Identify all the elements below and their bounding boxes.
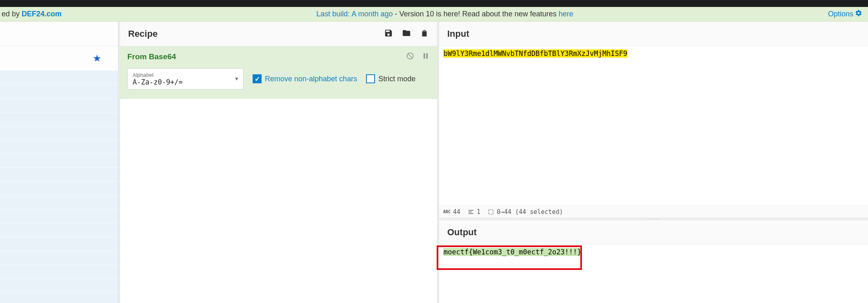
info-left-prefix: ed by: [2, 10, 22, 18]
io-column: Input bW9lY3Rme1dlMWNvbTNfdDBfbTBlY3RmXz…: [439, 22, 868, 303]
clear-recipe-button[interactable]: [420, 29, 429, 39]
recipe-dropzone[interactable]: [120, 99, 437, 303]
status-lines-value: 1: [477, 208, 480, 216]
status-selection: 0→44 (44 selected): [488, 208, 563, 216]
alphabet-value: A-Za-z0-9+/=: [133, 78, 231, 86]
chevron-down-icon: ▼: [234, 76, 239, 82]
save-recipe-button[interactable]: [384, 29, 393, 39]
info-bar-right: Options: [828, 9, 868, 19]
output-title: Output: [447, 227, 860, 238]
operation-args: Alphabet A-Za-z0-9+/= ▼ Remove non-alpha…: [127, 68, 430, 89]
last-build-link[interactable]: Last build: A month ago: [316, 10, 393, 18]
svg-rect-3: [426, 53, 428, 58]
options-link[interactable]: Options: [828, 10, 853, 18]
input-title: Input: [447, 29, 860, 39]
input-text: bW9lY3Rme1dlMWNvbTNfdDBfbTBlY3RmXzJvMjMh…: [443, 49, 628, 58]
category-item[interactable]: [0, 265, 118, 279]
info-bar-center: Last build: A month ago - Version 10 is …: [62, 10, 828, 18]
operation-name: From Base64: [127, 52, 406, 61]
star-icon: ★: [93, 53, 102, 64]
input-status-bar: ABC 44 1 0→44 (44 selected): [439, 205, 868, 218]
svg-rect-2: [424, 53, 425, 58]
alphabet-label: Alphabet: [133, 72, 231, 78]
category-item[interactable]: [0, 140, 118, 154]
operation-from-base64[interactable]: From Base64 Alphabet A-Za-z0-9+/= ▼: [120, 46, 437, 99]
browser-chrome: [0, 0, 868, 7]
abc-icon: ABC: [443, 209, 451, 214]
category-item[interactable]: [0, 182, 118, 196]
category-list: [0, 71, 118, 303]
operations-sidebar: ★: [0, 22, 118, 303]
brand-link[interactable]: DEF24.com: [22, 10, 62, 18]
category-item[interactable]: [0, 251, 118, 265]
remove-nonalpha-checkbox[interactable]: Remove non-alphabet chars: [253, 74, 357, 83]
status-selection-value: 0→44 (44 selected): [497, 208, 563, 216]
category-item[interactable]: [0, 112, 118, 126]
category-item[interactable]: [0, 223, 118, 237]
disable-op-icon[interactable]: [406, 52, 414, 62]
category-item[interactable]: [0, 196, 118, 209]
output-panel: Output moectf{We1com3_t0_m0ectf_2o23!!!}: [439, 220, 868, 303]
category-item[interactable]: [0, 209, 118, 223]
lines-icon: [468, 209, 474, 215]
info-center-text: - Version 10 is here! Read about the new…: [393, 10, 558, 18]
checkbox-unchecked-icon: [366, 74, 375, 83]
breakpoint-icon[interactable]: [422, 52, 430, 62]
search-area[interactable]: [0, 22, 118, 46]
info-bar-left: ed by DEF24.com: [0, 10, 62, 18]
output-header: Output: [439, 220, 868, 245]
status-chars-value: 44: [453, 208, 460, 216]
category-item[interactable]: [0, 279, 118, 293]
category-item[interactable]: [0, 237, 118, 251]
recipe-title: Recipe: [128, 29, 384, 39]
load-recipe-button[interactable]: [402, 29, 411, 39]
recipe-tools: [384, 29, 429, 39]
category-item[interactable]: [0, 98, 118, 112]
favourites-row[interactable]: ★: [0, 46, 118, 71]
category-item[interactable]: [0, 168, 118, 182]
recipe-column: Recipe From Base64: [120, 22, 437, 303]
checkbox-checked-icon: [253, 74, 262, 83]
strict-mode-label: Strict mode: [378, 75, 415, 83]
output-text: moectf{We1com3_t0_m0ectf_2o23!!!}: [443, 248, 582, 256]
recipe-header: Recipe: [120, 22, 437, 46]
category-item[interactable]: [0, 71, 118, 85]
alphabet-select[interactable]: Alphabet A-Za-z0-9+/= ▼: [127, 68, 244, 89]
selection-icon: [488, 209, 494, 215]
operation-controls: [406, 52, 430, 62]
output-textarea[interactable]: moectf{We1com3_t0_m0ectf_2o23!!!}: [439, 245, 868, 303]
operation-header: From Base64: [127, 52, 430, 62]
input-textarea[interactable]: bW9lY3Rme1dlMWNvbTNfdDBfbTBlY3RmXzJvMjMh…: [439, 46, 868, 205]
category-item[interactable]: [0, 126, 118, 140]
input-panel: Input bW9lY3Rme1dlMWNvbTNfdDBfbTBlY3RmXz…: [439, 22, 868, 218]
status-chars: ABC 44: [443, 208, 460, 216]
info-bar: ed by DEF24.com Last build: A month ago …: [0, 7, 868, 22]
svg-rect-4: [489, 209, 493, 214]
gear-icon[interactable]: [855, 9, 862, 19]
strict-mode-checkbox[interactable]: Strict mode: [366, 74, 415, 83]
status-lines: 1: [468, 208, 480, 216]
main-layout: ★ Recipe From Base64: [0, 22, 868, 303]
new-features-link[interactable]: here: [559, 10, 573, 18]
svg-line-1: [408, 54, 412, 58]
remove-nonalpha-label: Remove non-alphabet chars: [265, 75, 357, 83]
category-item[interactable]: [0, 154, 118, 168]
category-item[interactable]: [0, 85, 118, 98]
input-header: Input: [439, 22, 868, 46]
